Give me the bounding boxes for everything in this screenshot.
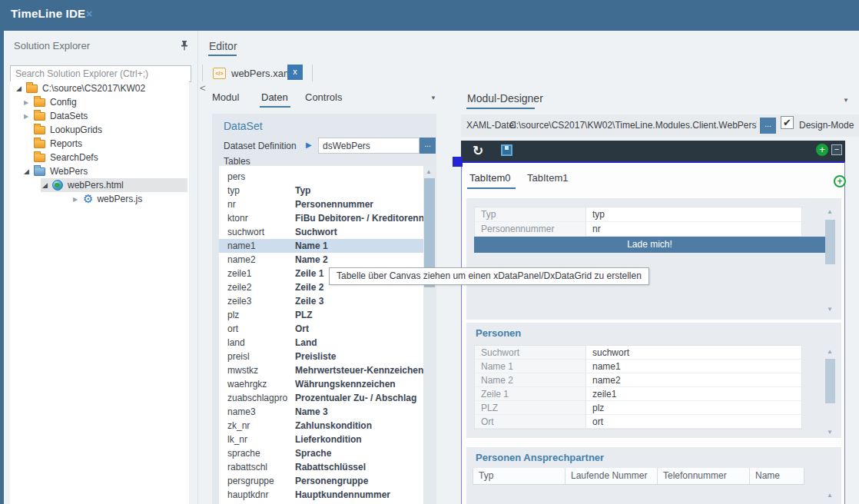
field-row[interactable]: waehrgkzWährungskennzeichen: [219, 377, 423, 391]
document-tab-label[interactable]: webPers.xaml: [231, 68, 294, 79]
field-row[interactable]: lk_nrLieferkondition: [219, 433, 423, 446]
form-value[interactable]: nr: [586, 222, 801, 237]
field-row[interactable]: mwstkzMehrwertsteuer-Kennzeichen: [219, 363, 423, 377]
field-row[interactable]: rabattschlRabattschlüssel: [219, 460, 423, 474]
scroll-up-icon[interactable]: ▲: [827, 492, 833, 499]
tree-item-root[interactable]: ◢ C:\source\CS2017\KW02: [10, 81, 189, 95]
form-row[interactable]: Name 2 name2: [475, 373, 801, 387]
form-value[interactable]: typ: [586, 207, 801, 222]
table-name-row[interactable]: pers: [219, 170, 423, 184]
field-row[interactable]: preislPreisliste: [219, 350, 423, 363]
field-row-selected[interactable]: name1Name 1: [219, 239, 423, 253]
field-row[interactable]: plzPLZ: [219, 308, 423, 322]
xaml-browse-button[interactable]: ...: [760, 118, 776, 134]
tree-item-searchdefs[interactable]: SearchDefs: [10, 151, 189, 164]
column-header[interactable]: Laufende Nummer: [565, 468, 657, 484]
form-value[interactable]: ort: [586, 415, 801, 429]
field-row[interactable]: name3Name 3: [219, 405, 423, 419]
tab-controls[interactable]: Controls: [305, 91, 342, 103]
selection-handle[interactable]: [453, 157, 463, 167]
scroll-up-icon[interactable]: ▲: [827, 208, 833, 215]
tree-item-lookupgrids[interactable]: LookupGrids: [10, 123, 189, 137]
add-circle-icon[interactable]: +: [816, 144, 828, 156]
folder-icon: [34, 112, 45, 121]
form-value[interactable]: name1: [586, 360, 801, 373]
play-arrow-icon[interactable]: ▶: [306, 141, 312, 149]
designer-toolbar: [461, 141, 845, 161]
tree-item-webpers-js[interactable]: ▶ ⚙ webPers.js: [10, 192, 189, 206]
expander-collapsed-icon[interactable]: ▶: [24, 113, 34, 120]
expander-expanded-icon[interactable]: ◢: [16, 85, 26, 92]
form-value[interactable]: zeile1: [586, 387, 801, 401]
dataset-browse-button[interactable]: ...: [420, 138, 436, 154]
field-row[interactable]: zuabschlagproProzentualer Zu- / Abschlag: [219, 391, 423, 405]
field-row[interactable]: suchwortSuchwort: [219, 225, 423, 239]
load-button[interactable]: Lade mich!: [474, 237, 825, 253]
scroll-up-icon[interactable]: ▲: [426, 168, 432, 175]
tab-editor[interactable]: Editor: [209, 40, 237, 52]
field-row[interactable]: name2Name 2: [219, 253, 423, 267]
form-value[interactable]: suchwort: [586, 346, 801, 360]
form-row[interactable]: Ort ort: [475, 415, 801, 429]
expander-collapsed-icon[interactable]: ▶: [24, 99, 34, 106]
field-row[interactable]: ktonrFiBu Debitoren- / Kreditorennun: [219, 211, 423, 225]
form-value[interactable]: name2: [586, 373, 801, 387]
field-row[interactable]: persgruppePersonengruppe: [219, 474, 423, 488]
tab-daten[interactable]: Daten: [261, 91, 288, 103]
tab-modul-designer[interactable]: Modul-Designer: [467, 92, 543, 104]
field-row[interactable]: typTyp: [219, 184, 423, 197]
form-row[interactable]: Suchwort suchwort: [475, 346, 801, 360]
pin-icon[interactable]: [180, 40, 189, 51]
save-icon[interactable]: [501, 144, 512, 156]
tree-item-datasets[interactable]: ▶ DataSets: [10, 109, 189, 123]
chevron-down-icon[interactable]: ▼: [843, 97, 849, 104]
column-header[interactable]: Name: [749, 468, 804, 484]
expander-collapsed-icon[interactable]: ▶: [73, 196, 83, 203]
field-name: waehrgkz: [227, 379, 295, 390]
tab-tabitem0[interactable]: TabItem0: [469, 172, 510, 184]
scroll-down-icon[interactable]: ▼: [827, 429, 833, 436]
tab-tabitem1[interactable]: TabItem1: [527, 172, 568, 184]
field-desc: Hauptkundennummer: [295, 489, 390, 500]
search-input[interactable]: [10, 65, 191, 82]
column-header[interactable]: Typ: [473, 468, 565, 484]
add-tab-icon[interactable]: +: [834, 175, 846, 187]
explorer-editor-splitter[interactable]: [197, 31, 198, 504]
tree-item-webpers[interactable]: ◢ WebPers: [10, 164, 189, 178]
window-close-icon[interactable]: ×: [86, 8, 92, 20]
document-tab-close-button[interactable]: x: [287, 65, 303, 80]
field-row[interactable]: zk_nrZahlunskondition: [219, 419, 423, 433]
field-row[interactable]: spracheSprache: [219, 446, 423, 460]
form-row[interactable]: PLZ plz: [475, 401, 801, 415]
design-mode-checkbox[interactable]: ✔: [781, 116, 794, 129]
dataset-definition-input[interactable]: dsWebPers: [318, 138, 420, 154]
form-row[interactable]: Typ typ: [475, 207, 801, 222]
field-row[interactable]: ortOrt: [219, 322, 423, 336]
expander-expanded-icon[interactable]: ◢: [24, 167, 34, 175]
refresh-icon[interactable]: ↻: [473, 143, 483, 159]
field-row[interactable]: nrPersonennummer: [219, 197, 423, 211]
form-row[interactable]: Zeile 1 zeile1: [475, 387, 801, 401]
tab-modul[interactable]: Modul: [212, 91, 239, 103]
tree-item-config[interactable]: ▶ Config: [10, 95, 189, 109]
field-row[interactable]: zeile3Zeile 3: [219, 294, 423, 308]
scroll-down-icon[interactable]: ▼: [827, 306, 833, 313]
form-value[interactable]: plz: [586, 401, 801, 415]
scroll-thumb[interactable]: [825, 220, 835, 264]
field-desc: Personennummer: [295, 199, 373, 210]
form-label: Name 1: [475, 360, 586, 373]
expander-expanded-icon[interactable]: ◢: [42, 181, 52, 189]
chevron-down-icon[interactable]: ▼: [430, 94, 436, 101]
table-name: pers: [227, 171, 295, 182]
field-row[interactable]: landLand: [219, 336, 423, 350]
column-header[interactable]: Telefonnummer: [657, 468, 749, 484]
form-row[interactable]: Personennummer nr: [475, 222, 801, 237]
scroll-up-icon[interactable]: ▲: [827, 348, 833, 355]
field-row[interactable]: hauptkdnrHauptkundennummer: [219, 488, 423, 502]
form-row[interactable]: Name 1 name1: [475, 360, 801, 373]
collapse-box-icon[interactable]: −: [831, 144, 842, 155]
tree-item-webpers-html[interactable]: ◢ webPers.html: [10, 178, 189, 192]
tree-item-reports[interactable]: Reports: [10, 137, 189, 151]
scroll-thumb[interactable]: [825, 359, 835, 403]
collapse-chevron-icon[interactable]: <: [200, 82, 206, 94]
